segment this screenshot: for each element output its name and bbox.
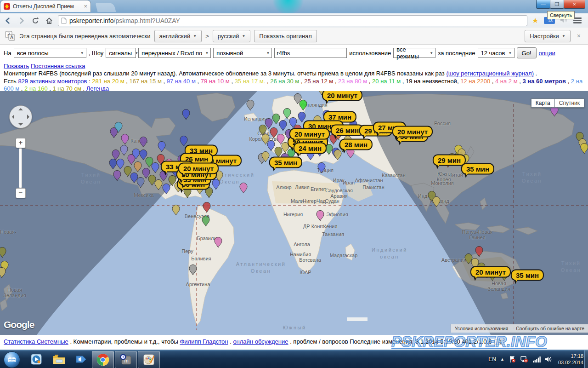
map-balloon[interactable] — [134, 161, 141, 172]
band-count-link[interactable]: 281 на 20 м — [92, 78, 124, 85]
band-count-link[interactable]: 35 на 17 м. — [235, 78, 266, 85]
footer-link[interactable]: Статистика Системные — [4, 338, 68, 345]
home-icon[interactable] — [43, 15, 55, 26]
show-original-button[interactable]: Показать оригинал — [254, 30, 317, 42]
map-balloon[interactable] — [130, 172, 138, 183]
translate-settings-button[interactable]: Настройки▼ — [525, 30, 571, 42]
map-balloon[interactable] — [189, 264, 197, 275]
time-label-bubble[interactable]: 20 минут — [470, 266, 511, 278]
map-balloon[interactable] — [148, 175, 156, 185]
map-balloon[interactable] — [334, 150, 341, 160]
tray-expand-icon[interactable]: ▲ — [500, 357, 504, 362]
time-label-bubble[interactable]: 28 мин — [339, 139, 373, 150]
band-count-link[interactable]: 20 на 11 м — [372, 78, 401, 85]
signal-strength-icon[interactable] — [532, 356, 541, 362]
time-label-bubble[interactable]: 20 минут — [322, 91, 362, 101]
map-balloon[interactable] — [259, 125, 266, 135]
zoom-in-button[interactable]: + — [16, 138, 26, 148]
band-count-link[interactable]: 3 на 60 метров — [522, 78, 566, 85]
map-balloon[interactable] — [137, 177, 144, 188]
footer-link[interactable]: онлайн обсуждение — [233, 338, 288, 345]
band-count-link[interactable]: 167 на 15 м — [130, 78, 162, 85]
clock-app-icon[interactable]: m — [115, 351, 137, 368]
map-balloon[interactable] — [0, 267, 6, 278]
footer-link[interactable]: Филипп Гладстон — [180, 338, 228, 345]
map-type-satellite-button[interactable]: Спутник — [555, 98, 584, 108]
map-balloon[interactable] — [182, 109, 190, 120]
permalink-link[interactable]: Постоянная ссылка — [31, 63, 85, 69]
close-button[interactable]: × — [564, 0, 585, 9]
time-label-bubble[interactable]: 20 минут — [289, 128, 330, 140]
map-balloon[interactable] — [247, 100, 254, 110]
start-button[interactable] — [4, 351, 20, 368]
callsign-input[interactable] — [274, 48, 347, 58]
back-icon[interactable] — [2, 15, 14, 26]
explorer-icon[interactable] — [49, 351, 70, 368]
map-balloon[interactable] — [283, 108, 291, 119]
sent-rcvd-select[interactable]: переданных / Rcvd по▼ — [138, 48, 211, 58]
zoom-slider-track[interactable] — [19, 148, 22, 188]
callsign-kind-select[interactable]: позывной▼ — [213, 48, 272, 58]
map-balloon[interactable] — [163, 184, 170, 194]
map-balloon[interactable] — [172, 205, 180, 215]
taskbar-clock[interactable]: 17:18 03.02.2014 — [558, 353, 583, 366]
minimize-button[interactable]: — — [536, 0, 550, 9]
address-bar[interactable]: pskreporter.info/pskmap.html?UA0ZAY — [58, 15, 527, 26]
map-balloon[interactable] — [272, 114, 280, 124]
map-balloon[interactable] — [300, 100, 307, 110]
map-canvas[interactable]: Тихий ОкеанАтлантический ОкеанАтлантичес… — [0, 91, 588, 335]
target-language-select[interactable]: русский▼ — [213, 30, 251, 42]
translate-close-icon[interactable]: × — [577, 32, 581, 40]
map-balloon[interactable] — [152, 162, 159, 173]
map-balloon[interactable] — [279, 120, 287, 131]
show-link[interactable]: Показать — [4, 63, 29, 69]
band-count-link[interactable]: 12 на 2200 — [460, 78, 490, 85]
chrome-taskbar-icon[interactable] — [92, 351, 114, 368]
time-label-bubble[interactable]: 29 мин — [433, 155, 466, 166]
map-balloon[interactable] — [120, 145, 128, 155]
network-disconnected-icon[interactable] — [520, 356, 528, 363]
volume-icon[interactable] — [545, 356, 552, 362]
terms-link[interactable]: Условия использования — [451, 324, 512, 333]
reload-icon[interactable] — [29, 15, 41, 26]
band-count-link[interactable]: 25 на 12 м — [304, 78, 333, 85]
time-label-bubble[interactable]: 35 мин — [461, 163, 494, 175]
map-balloon[interactable] — [113, 170, 121, 181]
source-language-select[interactable]: английский▼ — [154, 30, 202, 42]
band-count-link[interactable]: 97 на 40 м — [167, 78, 196, 85]
map-balloon[interactable] — [298, 112, 305, 122]
map-balloon[interactable] — [140, 137, 147, 147]
map-balloon[interactable] — [155, 179, 162, 190]
audio-app-icon[interactable] — [71, 351, 92, 368]
time-label-bubble[interactable]: 35 мин — [269, 157, 302, 168]
bookmark-star-icon[interactable]: ★ — [532, 16, 538, 25]
band-count-link[interactable]: 79 на 10 м — [201, 78, 230, 85]
menu-hamburger-icon[interactable] — [573, 17, 582, 23]
period-select[interactable]: 12 часов▼ — [478, 48, 514, 58]
map-balloon[interactable] — [0, 247, 6, 258]
show-desktop-button[interactable] — [584, 350, 588, 368]
map-balloon[interactable] — [158, 141, 165, 152]
map-balloon[interactable] — [180, 136, 187, 146]
map-balloon[interactable] — [215, 237, 222, 247]
map-pan-control[interactable] — [9, 105, 32, 128]
active-monitors-link[interactable]: 829 активных мониторов — [18, 78, 87, 85]
wmp-icon[interactable] — [26, 351, 47, 368]
map-balloon[interactable] — [275, 147, 282, 157]
map-balloon[interactable] — [475, 246, 483, 257]
map-balloon[interactable] — [433, 196, 440, 207]
time-label-bubble[interactable]: 20 минут — [178, 163, 219, 174]
map-balloon[interactable] — [465, 253, 472, 264]
zoom-out-button[interactable]: − — [16, 188, 26, 198]
map-balloon[interactable] — [202, 216, 209, 226]
map-balloon[interactable] — [212, 179, 220, 190]
band-count-link[interactable]: 26 на 30 м — [270, 78, 299, 85]
map-balloon[interactable] — [581, 143, 588, 154]
map-balloon[interactable] — [270, 127, 277, 138]
report-error-link[interactable]: Сообщить об ошибке на карте — [512, 324, 588, 333]
map-balloon[interactable] — [203, 202, 210, 213]
map-balloon[interactable] — [121, 134, 129, 144]
time-label-bubble[interactable]: 24 мин — [294, 143, 327, 154]
tab-close-icon[interactable]: × — [84, 3, 87, 9]
go-button[interactable]: Go! — [517, 47, 537, 58]
